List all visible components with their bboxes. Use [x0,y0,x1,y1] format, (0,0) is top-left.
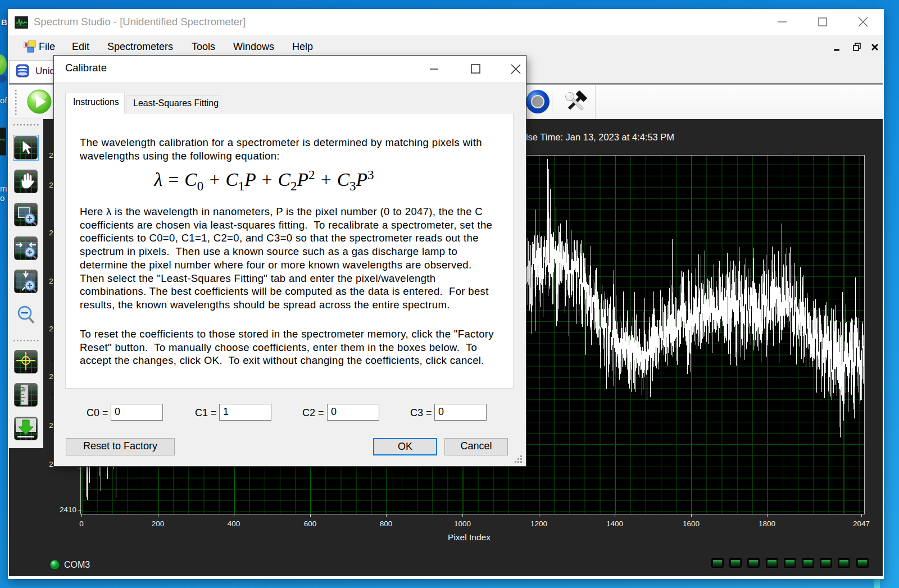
svg-text:20: 20 [22,387,26,390]
